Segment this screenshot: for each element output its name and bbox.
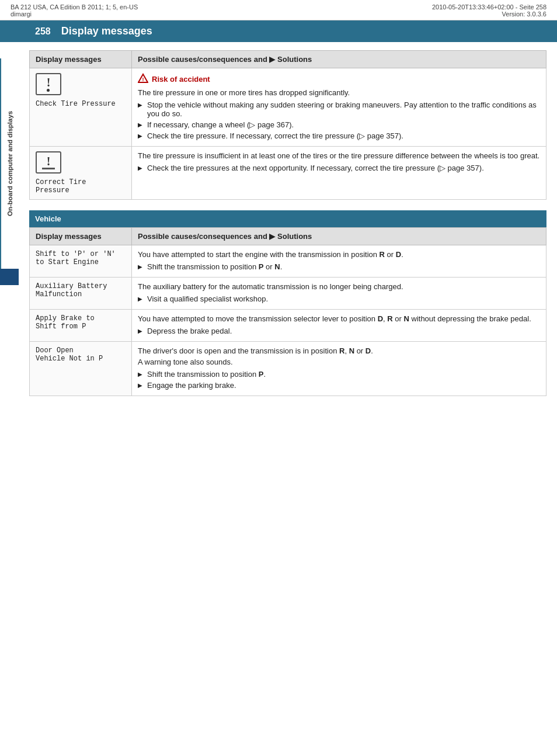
display-msg-cell: Shift to 'P' or 'N'to Start Engine [30,245,132,278]
list-item: Shift the transmission to position P or … [138,261,540,272]
aux-battery-label: Auxiliary BatteryMalfunction [36,282,107,299]
table2-col2-header: Possible causes/consequences and ▶ Solut… [132,228,546,245]
apply-brake-label: Apply Brake toShift from P [36,314,95,331]
vehicle-table: Display messages Possible causes/consequ… [29,227,546,396]
display-msg-cell: Auxiliary BatteryMalfunction [30,278,132,310]
risk-header: ! Risk of accident [138,73,540,85]
table1-col1-header: Display messages [30,51,132,68]
causes-cell: The tire pressure is insufficient in at … [132,147,546,200]
table-row: ! Check Tire Pressure ! [30,68,546,147]
door-open-desc2: A warning tone also sounds. [138,358,540,366]
causes-cell: You have attempted to move the transmiss… [132,310,546,342]
causes-cell: ! Risk of accident The tire pressure in … [132,68,546,147]
list-item: Visit a qualified specialist workshop. [138,293,540,304]
meta-right: 2010-05-20T13:33:46+02:00 - Seite 258 Ve… [432,4,546,18]
list-item: Shift the transmission to position P. [138,369,540,380]
meta-left: BA 212 USA, CA Edition B 2011; 1; 5, en-… [11,4,138,18]
causes-cell: The driver's door is open and the transm… [132,342,546,396]
table1-col2-header: Possible causes/consequences and ▶ Solut… [132,51,546,68]
door-open-bullets: Shift the transmission to position P. En… [138,369,540,391]
check-tire-icon: ! [36,73,61,95]
row1-bullets: Stop the vehicle without making any sudd… [138,99,540,141]
causes-cell: The auxiliary battery for the automatic … [132,278,546,310]
icon-cell: ! Correct TirePressure [36,151,126,195]
causes-cell: You have attempted to start the engine w… [132,245,546,278]
table-row: Auxiliary BatteryMalfunction The auxilia… [30,278,546,310]
page-header: 258 Display messages [0,20,557,42]
tire-pressure-table: Display messages Possible causes/consequ… [29,50,546,200]
table-row: ! Correct TirePressure The tire pressure… [30,147,546,200]
aux-battery-bullets: Visit a qualified specialist workshop. [138,293,540,304]
table-row: Door OpenVehicle Not in P The driver's d… [30,342,546,396]
apply-brake-desc: You have attempted to move the transmiss… [138,314,540,323]
svg-text:!: ! [142,77,144,82]
row2-desc: The tire pressure is insufficient in at … [138,151,540,160]
main-content: Display messages Possible causes/consequ… [0,42,557,415]
correct-tire-icon: ! [36,151,61,174]
sidebar-label: On-board computer and displays [0,58,19,269]
page-title: Display messages [61,25,152,37]
warning-triangle-icon: ! [138,73,148,85]
door-open-label: Door OpenVehicle Not in P [36,346,103,363]
display-msg-cell: ! Correct TirePressure [30,147,132,200]
display-msg-cell: Door OpenVehicle Not in P [30,342,132,396]
apply-brake-bullets: Depress the brake pedal. [138,325,540,337]
risk-label: Risk of accident [152,75,210,84]
list-item: If necessary, change a wheel (▷ page 367… [138,119,540,130]
meta-bar: BA 212 USA, CA Edition B 2011; 1; 5, en-… [0,0,557,20]
list-item: Check the tire pressures at the next opp… [138,162,540,174]
check-tire-label: Check Tire Pressure [36,100,116,108]
shift-engine-label: Shift to 'P' or 'N'to Start Engine [36,250,116,266]
icon-cell: ! Check Tire Pressure [36,73,126,108]
table-row: Shift to 'P' or 'N'to Start Engine You h… [30,245,546,278]
shift-engine-bullets: Shift the transmission to position P or … [138,261,540,272]
row2-bullets: Check the tire pressures at the next opp… [138,162,540,174]
page-number: 258 [35,26,51,37]
table-row: Apply Brake toShift from P You have atte… [30,310,546,342]
table2-col1-header: Display messages [30,228,132,245]
display-msg-cell: ! Check Tire Pressure [30,68,132,147]
row1-desc: The tire pressure in one or more tires h… [138,88,540,97]
list-item: Check the tire pressure. If necessary, c… [138,130,540,141]
list-item: Stop the vehicle without making any sudd… [138,99,540,119]
shift-engine-desc: You have attempted to start the engine w… [138,250,540,259]
display-msg-cell: Apply Brake toShift from P [30,310,132,342]
aux-battery-desc: The auxiliary battery for the automatic … [138,282,540,291]
vehicle-section-header: Vehicle [29,210,546,227]
list-item: Engage the parking brake. [138,380,540,391]
door-open-desc: The driver's door is open and the transm… [138,346,540,355]
list-item: Depress the brake pedal. [138,325,540,337]
correct-tire-label: Correct TirePressure [36,178,86,195]
sidebar-blue-block [0,269,19,285]
